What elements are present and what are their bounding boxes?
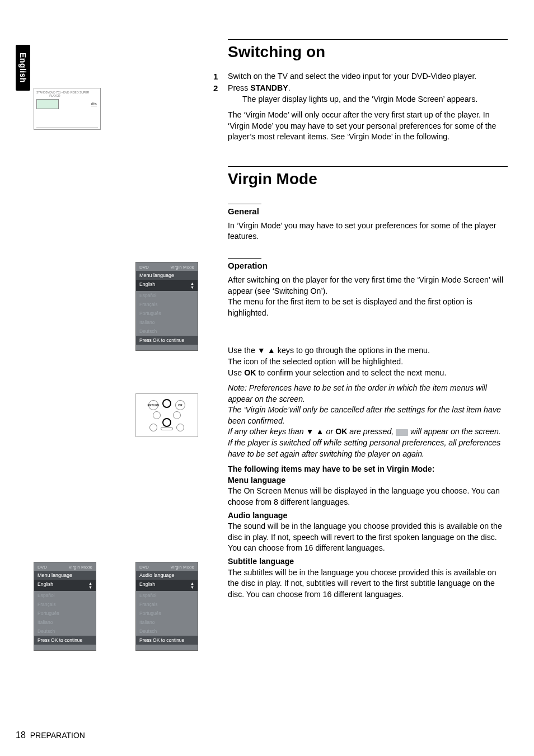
invalid-action-icon [396,429,408,436]
osd-option-selected: English ▲▼ [136,280,198,291]
note-3d: will appear on the screen. [408,427,501,436]
page-number: 18 [16,730,26,740]
operation-p2: The menu for the first item to be set is… [228,297,508,318]
cursor-down-icon [162,418,171,427]
page-footer: 18 PREPARATION [16,730,85,740]
osd-option: Português [136,609,198,618]
aux-button-icon [176,424,184,431]
osd-option: Français [136,600,198,609]
aux-button-icon [149,424,157,431]
subtitle-language-h: Subtitle language [228,556,508,567]
osd-option: Français [136,300,198,309]
osd-option-label: English [139,581,155,589]
use-keys-line: Use the keys to go through the options i… [228,345,508,356]
osd-mode: Virgin Mode [170,565,194,570]
cursor-left-icon [153,411,161,419]
use-ok-line: Use OK to confirm your selection and to … [228,368,508,379]
osd-footer: Press OK to continue [34,636,96,645]
use-ok-b: to confirm your selection and to select … [256,368,446,377]
step-number: 2 [213,83,228,95]
osd-option: Français [34,600,96,609]
device-display [36,99,59,109]
subhead-operation: Operation [228,261,508,270]
triangle-down-icon [306,427,314,436]
heading-switching-on: Switching on [228,43,508,61]
menu-language-p: The On Screen Menus will be displayed in… [228,486,508,508]
osd-option-label: English [139,281,155,289]
osd-section-title: Menu language [34,571,96,580]
osd-option: Deutsch [34,627,96,636]
osd-option: Português [34,609,96,618]
note-2: The ‘Virgin Mode’will only be cancelled … [228,405,508,426]
note-1: Note: Preferences have to be set in the … [228,383,508,405]
footer-label: PREPARATION [30,731,85,740]
switching-on-note: The ‘Virgin Mode’ will only occur after … [228,110,508,143]
subtitle-language-p: The subtitles will be in the language yo… [228,567,508,600]
subhead-general: General [228,206,508,216]
cursor-up-icon [162,399,171,408]
cursor-right-icon [173,411,181,419]
note-3c: are pressed, [347,427,396,436]
osd-option: Português [136,309,198,318]
osd-logo: DVD [139,565,149,570]
heading-virgin-mode: Virgin Mode [228,170,508,188]
osd-mode: Virgin Mode [68,565,92,570]
osd-footer: Press OK to continue [136,636,198,645]
osd-logo: DVD [139,265,149,270]
osd-footer: Press OK to continue [136,336,198,345]
device-brand-placeholder: DVD 751 • DVD VIDEO SUPER PLAYER [49,91,98,97]
use-keys-b: keys to go through the options in the me… [275,346,430,355]
updown-icon: ▲▼ [190,281,194,289]
step-2-sub: The player display lights up, and the ‘V… [242,94,508,105]
osd-option: Español [136,291,198,300]
use-ok-a: Use [228,368,244,377]
note-3: If any other keys than or OK are pressed… [228,426,508,438]
osd-option-selected: English ▲▼ [34,580,96,591]
use-keys-a: Use the [228,346,257,355]
audio-language-h: Audio language [228,510,508,522]
step-2-lead: Press [228,83,250,92]
device-illustration: STANDBY DVD 751 • DVD VIDEO SUPER PLAYER… [34,88,101,130]
ok-button-icon: OK [175,400,185,410]
operation-p1: After switching on the player for the ve… [228,275,508,297]
osd-option: Deutsch [136,327,198,336]
general-text: In ‘Virgin Mode’ you may have to set you… [228,220,508,242]
step-2-tail: . [288,83,291,92]
device-standby-label: STANDBY [36,91,49,97]
note-4: If the player is switched off while sett… [228,438,508,459]
triangle-down-icon [257,346,265,355]
osd-section-title: Menu language [136,271,198,280]
osd-option-label: English [38,581,53,589]
triangle-up-icon [316,427,324,436]
return-button-icon: RETURN [148,400,158,410]
osd-menu-language-small: DVD Virgin Mode Menu language English ▲▼… [34,562,96,651]
ok-keyword: OK [335,427,347,436]
icon-highlight-line: The icon of the selected option will be … [228,356,508,368]
osd-section-title: Audio language [136,571,198,580]
language-tab-label: English [18,53,27,83]
osd-option: Italiano [136,318,198,327]
osd-logo: DVD [38,565,47,570]
audio-language-p: The sound will be in the language you ch… [228,521,508,554]
aux-bar-icon [161,427,173,430]
step-number: 1 [213,71,228,83]
osd-option: Italiano [136,618,198,627]
dts-logo: dts [91,102,97,106]
updown-icon: ▲▼ [88,581,92,589]
osd-option: Italiano [34,618,96,627]
osd-menu-language: DVD Virgin Mode Menu language English ▲▼… [135,262,198,351]
menu-language-h: Menu language [228,475,508,486]
osd-option: Deutsch [136,627,198,636]
triangle-up-icon [268,346,275,355]
standby-keyword: STANDBY [250,83,288,92]
osd-mode: Virgin Mode [170,265,194,270]
note-3a: If any other keys than [228,427,306,436]
osd-option-selected: English ▲▼ [136,580,198,591]
device-bottom-row [36,127,98,128]
osd-option: Español [136,591,198,600]
language-tab: English [16,45,30,91]
note-3b: or [324,427,336,436]
step-1-text: Switch on the TV and select the video in… [228,71,476,83]
ok-keyword: OK [244,368,256,377]
osd-option: Español [34,591,96,600]
